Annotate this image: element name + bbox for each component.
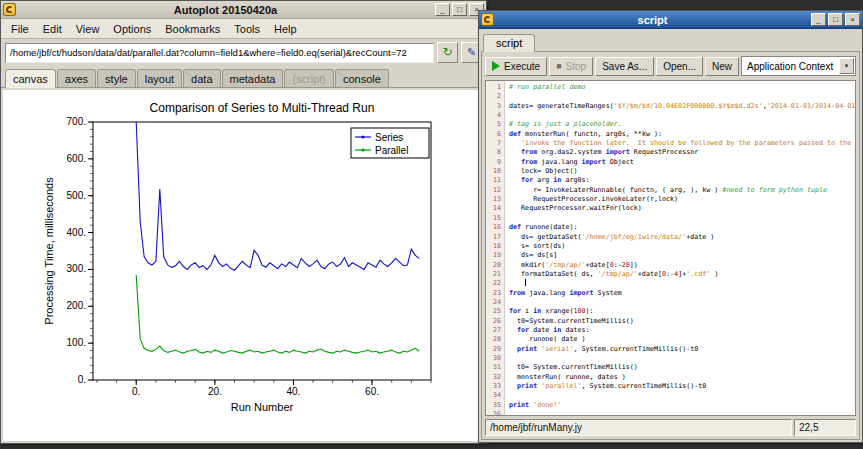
- menu-options[interactable]: Options: [106, 21, 158, 37]
- menu-file[interactable]: File: [4, 21, 36, 37]
- chevron-down-icon: ▼: [839, 58, 854, 74]
- svg-text:600.: 600.: [67, 153, 86, 164]
- execute-button[interactable]: Execute: [485, 57, 547, 76]
- tab-metadata[interactable]: metadata: [222, 69, 284, 87]
- tab-data[interactable]: data: [183, 69, 220, 87]
- svg-text:40.: 40.: [286, 386, 300, 397]
- maximize-icon[interactable]: □: [828, 13, 843, 26]
- menu-edit[interactable]: Edit: [36, 21, 69, 37]
- autoplot-titlebar[interactable]: Autoplot 20150420a _ □ ×: [1, 1, 486, 19]
- window-title: script: [496, 14, 809, 26]
- new-button[interactable]: New: [705, 57, 739, 76]
- svg-text:Run Number: Run Number: [231, 401, 294, 413]
- svg-text:500.: 500.: [67, 190, 86, 201]
- autoplot-window: Autoplot 20150420a _ □ × File Edit View …: [0, 0, 487, 444]
- reload-icon[interactable]: ↻: [437, 42, 458, 63]
- script-window: script _ □ × script Execute ■ Stop Save …: [478, 10, 863, 443]
- svg-text:60.: 60.: [365, 386, 379, 397]
- application-context-select[interactable]: Application Context ▼: [741, 56, 856, 76]
- tab-canvas[interactable]: canvas: [5, 69, 56, 88]
- svg-text:Comparison of Series to Multi-: Comparison of Series to Multi-Thread Run: [150, 101, 375, 115]
- menu-view[interactable]: View: [69, 21, 107, 37]
- svg-text:700.: 700.: [67, 116, 86, 127]
- main-tab-bar: canvas axes style layout data metadata (…: [1, 66, 486, 88]
- autoplot-icon: [3, 3, 16, 16]
- script-status-bar: /home/jbf/runMany.jy 22,5: [482, 416, 859, 439]
- uri-input[interactable]: [5, 43, 434, 63]
- script-toolbar: Execute ■ Stop Save As... Open... New Ap…: [482, 52, 859, 80]
- plot-canvas[interactable]: Comparison of Series to Multi-Thread Run…: [3, 90, 484, 441]
- tab-script: (script): [284, 69, 334, 87]
- close-icon[interactable]: ×: [845, 13, 860, 26]
- svg-text:Parallel: Parallel: [375, 145, 408, 156]
- stop-icon: ■: [556, 62, 561, 71]
- script-titlebar[interactable]: script _ □ ×: [479, 11, 862, 29]
- tab-console[interactable]: console: [335, 69, 389, 87]
- svg-text:100.: 100.: [67, 337, 86, 348]
- line-chart: Comparison of Series to Multi-Thread Run…: [3, 90, 482, 441]
- autoplot-icon: [481, 13, 494, 26]
- tab-layout[interactable]: layout: [137, 69, 182, 87]
- stop-button: ■ Stop: [549, 57, 593, 76]
- tab-script-editor[interactable]: script: [483, 34, 535, 52]
- script-tab-bar: script: [481, 31, 860, 51]
- status-filename: /home/jbf/runMany.jy: [485, 419, 792, 436]
- code-editor[interactable]: 1234567891011121314151617181920212223242…: [485, 80, 856, 416]
- menu-tools[interactable]: Tools: [227, 21, 267, 37]
- svg-text:0.: 0.: [78, 374, 86, 385]
- play-icon: [492, 61, 500, 71]
- menu-bar: File Edit View Options Bookmarks Tools H…: [1, 19, 486, 39]
- svg-text:20.: 20.: [208, 386, 222, 397]
- svg-text:200.: 200.: [67, 300, 86, 311]
- save-as-button[interactable]: Save As...: [595, 57, 654, 76]
- svg-text:400.: 400.: [67, 227, 86, 238]
- line-number-gutter: 1234567891011121314151617181920212223242…: [486, 81, 505, 415]
- svg-text:300.: 300.: [67, 263, 86, 274]
- tab-axes[interactable]: axes: [57, 69, 96, 87]
- tab-style[interactable]: style: [97, 69, 136, 87]
- svg-text:Processing Time, milliseconds: Processing Time, milliseconds: [43, 177, 55, 325]
- minimize-icon[interactable]: _: [435, 3, 450, 16]
- svg-text:0.: 0.: [132, 386, 140, 397]
- open-button[interactable]: Open...: [656, 57, 703, 76]
- menu-help[interactable]: Help: [267, 21, 304, 37]
- svg-text:Series: Series: [375, 132, 403, 143]
- menu-bookmarks[interactable]: Bookmarks: [158, 21, 227, 37]
- window-title: Autoplot 20150420a: [18, 4, 433, 16]
- minimize-icon[interactable]: _: [811, 13, 826, 26]
- code-text[interactable]: # run parallel demodates= generateTimeRa…: [505, 81, 855, 415]
- status-caret-position: 22,5: [794, 419, 856, 436]
- text-caret: [525, 279, 526, 286]
- address-bar: ↻ ✎: [1, 39, 486, 66]
- maximize-icon[interactable]: □: [452, 3, 467, 16]
